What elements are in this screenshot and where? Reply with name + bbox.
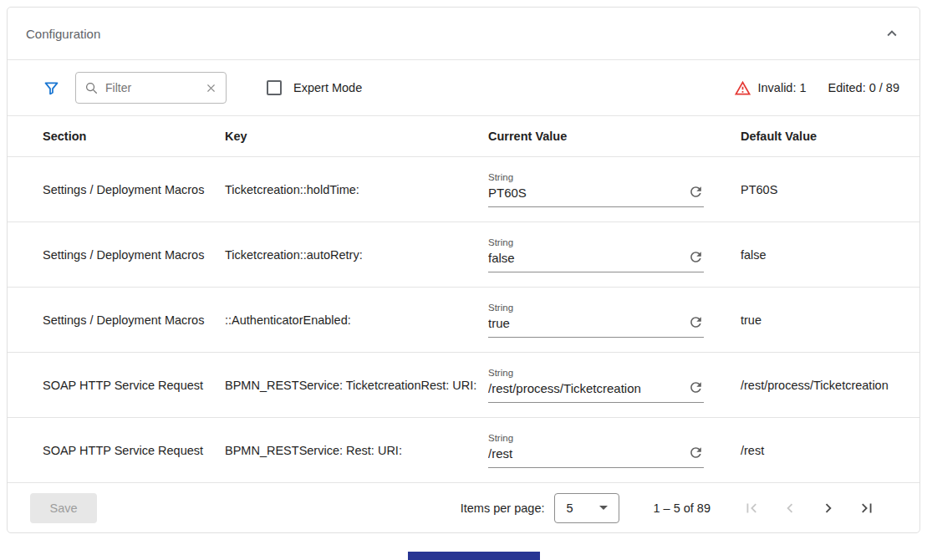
key-cell: Ticketcreation::holdTime: [225,183,488,196]
default-value-cell: false [741,248,898,262]
bottom-bar [408,552,540,560]
edited-count: Edited: 0 / 89 [828,81,899,94]
status-area: Invalid: 1 Edited: 0 / 89 [734,79,900,97]
current-value-cell: String [488,367,741,403]
first-page-icon[interactable] [732,492,771,524]
reset-value-icon[interactable] [688,379,704,395]
current-value-field: String [488,237,704,272]
filter-input-container [75,72,227,104]
table-row: Settings / Deployment Macros Ticketcreat… [8,156,919,221]
current-value-field: String [488,432,704,468]
section-cell: SOAP HTTP Service Request [43,444,225,457]
page-title: Configuration [26,27,100,41]
current-value-input[interactable] [488,250,688,267]
card-header: Configuration [8,8,919,59]
current-value-field: String [488,302,704,338]
invalid-count: Invalid: 1 [758,81,807,94]
reset-value-icon[interactable] [688,314,704,330]
value-type-label: String [488,367,688,379]
configuration-table: Section Key Current Value Default Value … [8,115,919,482]
pagination-controls [732,492,886,524]
reset-value-icon[interactable] [688,184,704,200]
current-value-cell: String [488,171,741,207]
current-value-cell: String [488,302,741,338]
column-header-key: Key [225,130,488,143]
items-per-page-label: Items per page: [461,501,545,515]
current-value-cell: String [488,432,741,468]
table-row: Settings / Deployment Macros ::Authentic… [8,287,919,352]
current-value-input[interactable] [488,185,688,201]
items-per-page-value: 5 [566,501,573,515]
table-row: Settings / Deployment Macros Ticketcreat… [8,221,919,287]
value-type-label: String [488,171,688,183]
previous-page-icon[interactable] [771,492,809,524]
key-cell: ::AuthenticatorEnabled: [225,313,488,327]
default-value-cell: true [741,313,898,327]
default-value-cell: PT60S [741,183,898,196]
value-type-label: String [488,237,688,248]
column-header-section: Section [43,130,225,143]
column-header-default-value: Default Value [741,130,898,143]
table-header-row: Section Key Current Value Default Value [8,115,919,156]
current-value-input[interactable] [488,315,688,332]
section-cell: Settings / Deployment Macros [43,313,225,327]
expert-mode-label: Expert Mode [293,81,362,94]
items-per-page-select[interactable]: 5 [554,493,619,523]
configuration-card: Configuration Expert Mode [7,7,920,533]
current-value-input[interactable] [488,445,688,462]
current-value-input[interactable] [488,380,688,397]
table-row: SOAP HTTP Service Request BPMN_RESTServi… [8,417,919,482]
reset-value-icon[interactable] [688,445,704,461]
filter-input[interactable] [105,81,205,94]
next-page-icon[interactable] [809,492,848,524]
chevron-down-icon [599,506,608,510]
reset-value-icon[interactable] [688,249,704,265]
key-cell: BPMN_RESTService: TicketcreationRest: UR… [225,379,488,392]
paginator: Items per page: 5 1 – 5 of 89 [461,492,886,524]
toolbar: Expert Mode Invalid: 1 Edited: 0 / 89 [8,60,919,115]
page-range-label: 1 – 5 of 89 [653,501,711,515]
column-header-current-value: Current Value [488,130,741,143]
default-value-cell: /rest [741,444,898,457]
current-value-field: String [488,367,704,403]
warning-triangle-icon [734,79,751,97]
save-button[interactable]: Save [30,493,97,523]
current-value-cell: String [488,237,741,272]
chevron-up-icon[interactable] [883,24,901,43]
expert-mode-control: Expert Mode [267,80,362,95]
default-value-cell: /rest/process/Ticketcreation [741,379,899,392]
expert-mode-checkbox[interactable] [267,80,282,95]
key-cell: Ticketcreation::autoRetry: [225,248,488,262]
clear-filter-icon[interactable] [205,82,217,94]
search-icon [84,81,99,95]
value-type-label: String [488,432,688,444]
last-page-icon[interactable] [848,492,886,524]
key-cell: BPMN_RESTService: Rest: URI: [225,444,488,457]
current-value-field: String [488,171,704,207]
section-cell: SOAP HTTP Service Request [43,379,225,392]
filter-funnel-icon[interactable] [43,79,60,97]
footer: Save Items per page: 5 1 – 5 of 89 [8,482,919,532]
table-row: SOAP HTTP Service Request BPMN_RESTServi… [8,352,919,417]
section-cell: Settings / Deployment Macros [43,183,225,196]
value-type-label: String [488,302,688,313]
section-cell: Settings / Deployment Macros [43,248,225,262]
